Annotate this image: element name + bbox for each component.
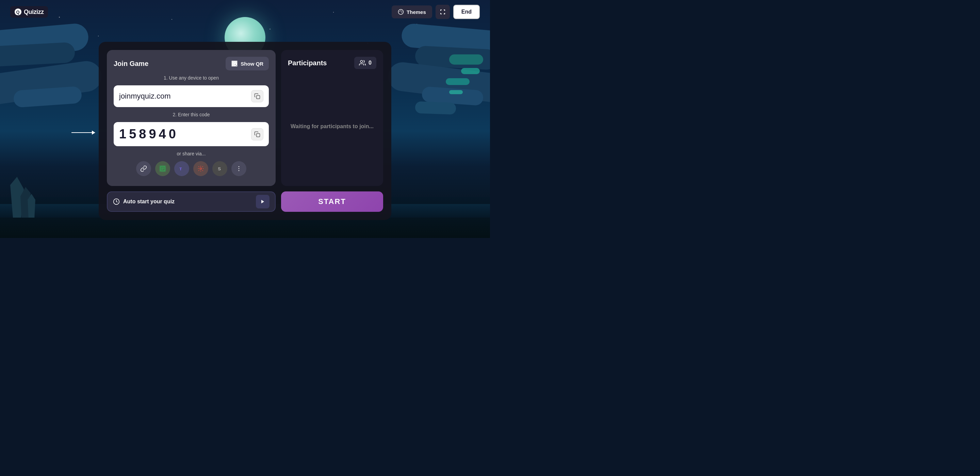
share-classroom-button[interactable] bbox=[155, 161, 170, 176]
svg-rect-18 bbox=[256, 133, 260, 137]
panel-top: Join Game bbox=[107, 50, 383, 186]
code-box: 158940 bbox=[114, 122, 269, 146]
copy-code-button[interactable] bbox=[251, 128, 263, 140]
participants-icon bbox=[359, 59, 366, 66]
arrow-indicator bbox=[72, 130, 95, 135]
fullscreen-button[interactable] bbox=[436, 5, 450, 19]
arrow-line bbox=[72, 132, 92, 133]
end-button[interactable]: End bbox=[453, 5, 480, 19]
classroom-icon bbox=[159, 165, 166, 172]
share-schoology-button[interactable]: S bbox=[212, 161, 227, 176]
share-text: or share via... bbox=[114, 151, 269, 156]
panel-bottom: Auto start your quiz START bbox=[107, 191, 383, 212]
teams-icon: T bbox=[178, 165, 185, 172]
svg-text:Q: Q bbox=[16, 10, 20, 14]
participants-empty: Waiting for participants to join... bbox=[288, 74, 376, 179]
end-label: End bbox=[461, 9, 472, 14]
show-qr-button[interactable]: Show QR bbox=[226, 57, 269, 70]
svg-rect-23 bbox=[161, 169, 163, 170]
svg-point-25 bbox=[200, 168, 202, 170]
svg-point-4 bbox=[401, 10, 401, 11]
show-qr-label: Show QR bbox=[240, 61, 263, 67]
svg-text:S: S bbox=[218, 166, 221, 171]
fullscreen-icon bbox=[440, 9, 446, 15]
share-canvas-button[interactable] bbox=[193, 161, 208, 176]
participants-title: Participants bbox=[288, 59, 327, 67]
svg-text:T: T bbox=[179, 167, 182, 171]
canvas-icon bbox=[197, 165, 204, 172]
palette-icon bbox=[398, 9, 404, 15]
svg-rect-8 bbox=[232, 62, 234, 63]
start-label: START bbox=[318, 197, 346, 206]
header-actions: Themes End bbox=[392, 5, 480, 19]
copy-url-button[interactable] bbox=[251, 90, 263, 102]
join-game-section: Join Game bbox=[107, 50, 275, 186]
game-code: 158940 bbox=[119, 127, 179, 141]
svg-point-28 bbox=[239, 168, 240, 169]
svg-rect-22 bbox=[161, 168, 164, 169]
waiting-text: Waiting for participants to join... bbox=[291, 124, 374, 130]
share-icons: T S bbox=[114, 161, 269, 176]
play-icon bbox=[260, 199, 265, 204]
qr-icon bbox=[231, 60, 238, 67]
svg-point-30 bbox=[360, 60, 363, 63]
svg-marker-32 bbox=[261, 200, 264, 204]
game-panel: Join Game bbox=[99, 42, 391, 220]
svg-point-3 bbox=[399, 11, 400, 11]
link-icon bbox=[140, 165, 147, 172]
svg-point-29 bbox=[239, 170, 240, 171]
svg-point-2 bbox=[398, 10, 404, 14]
clock-icon bbox=[113, 198, 120, 205]
url-box: joinmyquiz.com bbox=[114, 85, 269, 107]
auto-start-control[interactable]: Auto start your quiz bbox=[107, 191, 275, 212]
logo-icon: Q bbox=[14, 8, 22, 16]
svg-rect-17 bbox=[256, 95, 260, 99]
svg-point-5 bbox=[401, 11, 402, 11]
arrow-head bbox=[92, 130, 95, 135]
logo-text: Quizizz bbox=[24, 8, 44, 16]
svg-point-27 bbox=[239, 166, 240, 167]
participants-section: Participants 0 Waiting for participants … bbox=[281, 50, 383, 186]
schoology-icon: S bbox=[216, 165, 223, 172]
share-teams-button[interactable]: T bbox=[174, 161, 189, 176]
header: Q Quizizz Themes End bbox=[0, 0, 490, 24]
svg-rect-12 bbox=[232, 65, 234, 66]
start-button[interactable]: START bbox=[281, 191, 383, 212]
svg-rect-14 bbox=[237, 64, 237, 65]
copy-code-icon bbox=[254, 131, 260, 137]
participant-count: 0 bbox=[369, 60, 372, 66]
svg-rect-10 bbox=[235, 62, 237, 63]
share-link-button[interactable] bbox=[136, 161, 151, 176]
auto-start-left: Auto start your quiz bbox=[113, 198, 175, 205]
step2-text: 2. Enter this code bbox=[114, 112, 269, 117]
auto-start-label: Auto start your quiz bbox=[123, 198, 175, 205]
svg-point-6 bbox=[401, 12, 402, 13]
share-more-button[interactable] bbox=[231, 161, 247, 176]
step1-text: 1. Use any device to open bbox=[114, 75, 269, 81]
themes-button[interactable]: Themes bbox=[392, 5, 432, 18]
svg-rect-21 bbox=[161, 168, 164, 168]
participants-header: Participants 0 bbox=[288, 57, 376, 69]
svg-rect-15 bbox=[235, 66, 235, 66]
join-url: joinmyquiz.com bbox=[119, 92, 171, 101]
logo: Q Quizizz bbox=[10, 6, 48, 18]
auto-start-play-button[interactable] bbox=[256, 195, 269, 208]
participant-count-badge: 0 bbox=[354, 57, 376, 69]
themes-label: Themes bbox=[407, 9, 426, 15]
copy-icon bbox=[254, 93, 260, 99]
join-game-title: Join Game bbox=[114, 60, 148, 68]
svg-rect-16 bbox=[236, 65, 237, 66]
more-icon bbox=[235, 165, 242, 172]
join-game-header: Join Game bbox=[114, 57, 269, 70]
